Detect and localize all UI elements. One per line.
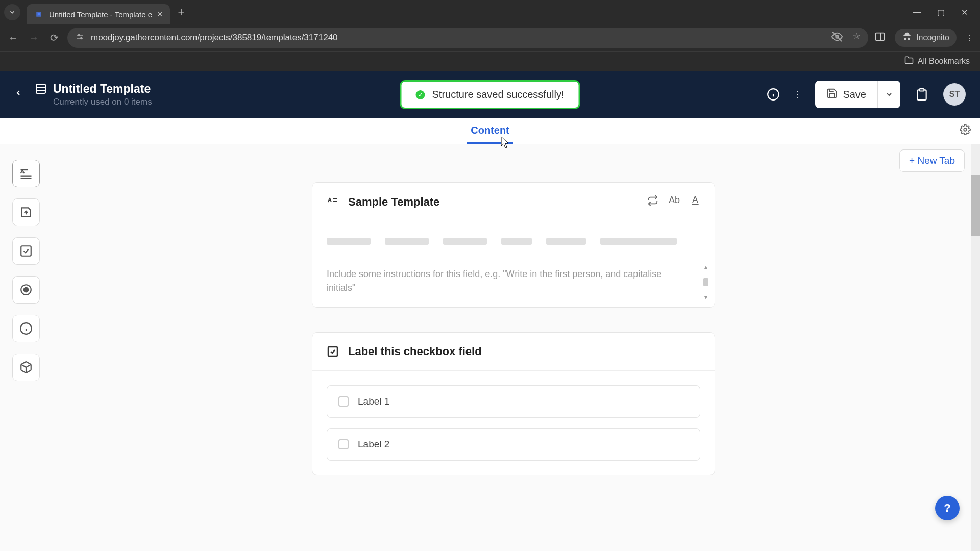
tab-bar: Untitled Template - Template e × + — ▢ ✕ <box>0 0 980 24</box>
text-field-title: Sample Template <box>348 195 439 209</box>
text-field-icon <box>327 196 339 208</box>
clipboard-icon[interactable] <box>911 83 933 106</box>
instructions-placeholder: Include some instructions for this field… <box>327 267 700 295</box>
checkbox-label: Label 1 <box>358 396 389 407</box>
app-back-button[interactable] <box>14 86 22 104</box>
browser-menu-icon[interactable]: ⋮ <box>966 33 974 43</box>
tab-title: Untitled Template - Template e <box>49 10 152 19</box>
reload-icon[interactable]: ⟳ <box>47 32 61 44</box>
scroll-up-icon[interactable]: ▴ <box>704 263 707 270</box>
template-subtitle: Currently used on 0 items <box>53 97 152 107</box>
browser-tab[interactable]: Untitled Template - Template e × <box>27 4 170 24</box>
text-format-label[interactable]: Ab <box>669 195 680 209</box>
field-toolbar <box>0 144 47 551</box>
svg-rect-19 <box>21 246 31 256</box>
main-area: + New Tab Sample Template Ab <box>0 144 980 551</box>
help-label: ? <box>944 502 950 515</box>
save-label: Save <box>843 89 866 101</box>
tab-close-icon[interactable]: × <box>157 9 163 20</box>
scrollbar[interactable] <box>971 144 980 551</box>
svg-point-15 <box>964 128 967 131</box>
guideline-field-tool[interactable] <box>12 315 40 342</box>
bookmark-star-icon[interactable]: ☆ <box>853 31 860 44</box>
template-title: Untitled Template <box>53 82 151 96</box>
scrollbar-thumb[interactable] <box>971 175 980 236</box>
url-bar[interactable]: moodjoy.gathercontent.com/projects/38581… <box>67 28 868 48</box>
bookmarks-label: All Bookmarks <box>918 57 970 66</box>
skeleton-placeholder <box>312 221 715 257</box>
panel-icon[interactable] <box>874 31 886 44</box>
incognito-label: Incognito <box>916 33 949 42</box>
url-text: moodjoy.gathercontent.com/projects/38581… <box>91 33 338 43</box>
bookmarks-bar: All Bookmarks <box>0 51 980 71</box>
checkbox-field-icon <box>327 345 339 358</box>
scroll-down-icon[interactable]: ▾ <box>704 294 707 301</box>
svg-point-2 <box>78 35 80 36</box>
avatar-initials: ST <box>949 90 960 99</box>
tab-content[interactable]: Content <box>467 118 513 144</box>
app-header: Untitled Template Currently used on 0 it… <box>0 71 980 118</box>
eye-off-icon[interactable] <box>831 31 843 44</box>
component-field-tool[interactable] <box>12 354 40 381</box>
save-disk-icon <box>826 88 838 102</box>
svg-point-21 <box>24 288 29 292</box>
tab-settings-icon[interactable] <box>960 124 971 138</box>
forward-icon[interactable]: → <box>27 32 41 44</box>
svg-rect-8 <box>36 84 45 93</box>
checkbox-input[interactable] <box>338 396 349 407</box>
checkbox-option[interactable]: Label 2 <box>327 428 700 461</box>
checkbox-option[interactable]: Label 1 <box>327 385 700 418</box>
all-bookmarks-link[interactable]: All Bookmarks <box>904 56 970 67</box>
more-menu-icon[interactable]: ⋮ <box>791 87 805 102</box>
tab-search-dropdown[interactable] <box>4 4 20 20</box>
content-tabs-bar: Content <box>0 118 980 144</box>
text-field-tool[interactable] <box>12 160 40 187</box>
help-button[interactable]: ? <box>935 496 960 520</box>
incognito-icon <box>902 32 912 44</box>
radio-field-tool[interactable] <box>12 276 40 304</box>
site-settings-icon[interactable] <box>76 32 85 43</box>
save-button[interactable]: Save <box>815 81 900 108</box>
address-bar: ← → ⟳ moodjoy.gathercontent.com/projects… <box>0 24 980 51</box>
info-icon[interactable] <box>766 87 780 102</box>
new-tab-button[interactable]: + <box>178 6 185 19</box>
checkbox-label: Label 2 <box>358 439 389 450</box>
check-circle-icon: ✓ <box>416 90 425 99</box>
svg-point-3 <box>81 38 82 39</box>
folder-icon <box>904 56 914 67</box>
scroll-indicator[interactable]: ▴ ▾ <box>702 263 709 301</box>
canvas: + New Tab Sample Template Ab <box>47 144 980 551</box>
svg-rect-14 <box>920 89 924 91</box>
text-field-card[interactable]: Sample Template Ab <box>312 182 715 308</box>
checkbox-field-card[interactable]: Label this checkbox field Label 1 Label … <box>312 332 715 475</box>
checkbox-field-tool[interactable] <box>12 237 40 265</box>
checkbox-field-title: Label this checkbox field <box>348 345 482 358</box>
maximize-icon[interactable]: ▢ <box>937 8 945 17</box>
save-dropdown-button[interactable] <box>877 81 900 108</box>
incognito-badge[interactable]: Incognito <box>895 29 957 47</box>
user-avatar[interactable]: ST <box>943 83 966 106</box>
instructions-area[interactable]: Include some instructions for this field… <box>312 257 715 307</box>
repeat-icon[interactable] <box>647 195 658 209</box>
attachment-field-tool[interactable] <box>12 198 40 226</box>
template-icon <box>35 83 47 95</box>
toast-message: Structure saved successfully! <box>432 89 565 101</box>
scroll-thumb[interactable] <box>703 278 708 286</box>
tab-favicon-icon <box>32 7 46 21</box>
close-window-icon[interactable]: ✕ <box>961 8 968 17</box>
new-tab-button[interactable]: + New Tab <box>899 149 965 172</box>
success-toast: ✓ Structure saved successfully! <box>400 80 580 109</box>
svg-rect-6 <box>876 33 885 41</box>
window-controls: — ▢ ✕ <box>913 8 976 17</box>
checkbox-input[interactable] <box>338 439 349 449</box>
browser-chrome: Untitled Template - Template e × + — ▢ ✕… <box>0 0 980 71</box>
format-icon[interactable] <box>690 195 700 209</box>
minimize-icon[interactable]: — <box>913 8 921 17</box>
template-info: Untitled Template Currently used on 0 it… <box>35 82 152 107</box>
back-icon[interactable]: ← <box>6 32 20 44</box>
